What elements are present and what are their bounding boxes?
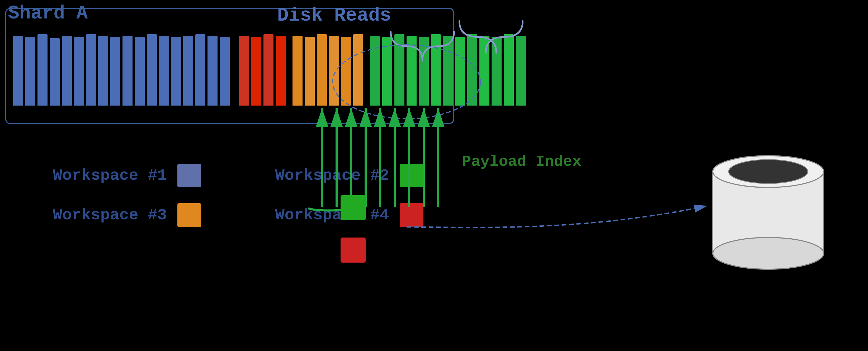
bar-blue-3: [37, 34, 48, 105]
bar-green-9: [467, 34, 477, 105]
bar-red-3: [264, 34, 274, 105]
bar-green-4: [407, 36, 416, 105]
legend-swatch-ws3: [177, 203, 201, 227]
bar-green-1: [370, 36, 380, 105]
legend-row-2: Workspace #3 Workspace #4: [53, 203, 424, 227]
bar-blue-8: [98, 36, 108, 105]
bar-orange-4: [329, 36, 339, 105]
bar-blue-5: [62, 36, 72, 105]
bar-blue-6: [74, 37, 84, 105]
bar-green-13: [516, 36, 526, 105]
legend-label-ws1: Workspace #1: [53, 166, 167, 185]
disk-bottom: [713, 237, 824, 269]
bar-green-2: [382, 37, 392, 105]
bar-orange-5: [341, 37, 351, 105]
bar-blue-13: [159, 36, 169, 105]
bar-green-8: [455, 37, 465, 105]
shard-label: Shard A: [8, 3, 88, 24]
bar-green-5: [419, 37, 429, 105]
legend-swatch-ws4: [400, 203, 424, 227]
legend-swatch-ws2: [400, 164, 424, 187]
legend-label-ws4: Workspace #4: [275, 206, 389, 224]
bar-blue-18: [220, 37, 230, 105]
bar-blue-9: [110, 37, 120, 105]
legend-label-ws2: Workspace #2: [275, 166, 389, 185]
bar-blue-12: [147, 34, 157, 105]
legend-label-ws3: Workspace #3: [53, 206, 167, 224]
bar-blue-11: [135, 37, 145, 105]
bar-green-11: [492, 37, 502, 105]
workspace2-box: [341, 195, 366, 220]
bar-red-1: [239, 36, 249, 105]
legend-item-ws2: Workspace #2: [275, 164, 424, 187]
bar-green-6: [431, 34, 441, 105]
legend-item-ws3: Workspace #3: [53, 203, 201, 227]
bar-blue-1: [13, 36, 23, 105]
bar-red-4: [276, 36, 286, 105]
bar-blue-16: [195, 34, 206, 105]
bar-green-10: [479, 36, 490, 105]
bar-red-2: [251, 37, 261, 105]
legend: Workspace #1 Workspace #2 Workspace #3 W…: [53, 164, 424, 243]
legend-swatch-ws1: [177, 164, 201, 187]
bar-blue-4: [50, 38, 60, 105]
bar-orange-3: [317, 34, 327, 105]
workspace4-box: [341, 237, 366, 263]
main-container: Shard A Disk Reads: [0, 0, 868, 351]
payload-index-label: Payload Index: [462, 153, 581, 170]
bar-orange-1: [292, 36, 303, 105]
bar-green-7: [443, 36, 453, 105]
bars-container: [13, 32, 526, 105]
disk-reads-label: Disk Reads: [277, 5, 391, 26]
dashed-arrow-to-disk: [407, 206, 708, 227]
disk-inner-top: [728, 160, 808, 184]
bar-orange-2: [305, 37, 315, 105]
legend-item-ws1: Workspace #1: [53, 164, 201, 187]
bar-orange-6: [353, 34, 363, 105]
bar-blue-14: [171, 37, 181, 105]
bar-blue-15: [183, 36, 193, 105]
bar-blue-10: [123, 36, 132, 105]
bar-green-12: [504, 34, 514, 105]
bar-blue-7: [86, 34, 96, 105]
disk-top: [713, 156, 824, 187]
disk-label: Disk: [744, 193, 790, 214]
bar-blue-2: [25, 37, 35, 105]
bar-blue-17: [208, 36, 218, 105]
bar-green-3: [394, 34, 404, 105]
legend-row-1: Workspace #1 Workspace #2: [53, 164, 424, 187]
